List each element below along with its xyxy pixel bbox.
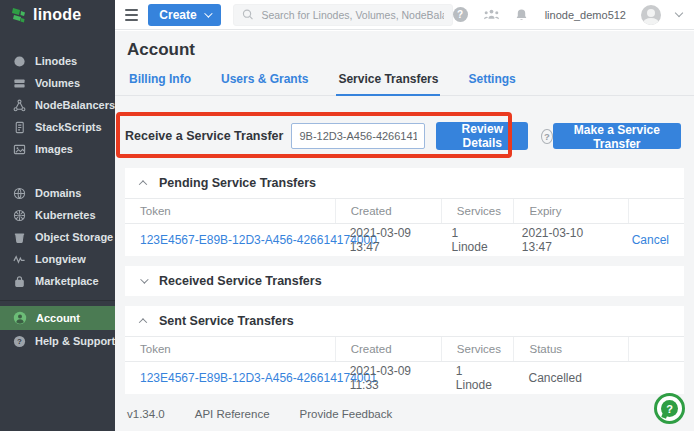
pending-transfers-panel: Pending Service Transfers Token Created … [125,168,684,256]
expand-chevron-icon [140,275,148,283]
pending-panel-title: Pending Service Transfers [159,176,316,190]
sidebar-divider [0,300,115,301]
sent-panel-title: Sent Service Transfers [159,314,294,328]
col-created: Created [335,199,441,223]
cancel-transfer-link[interactable]: Cancel [632,233,669,247]
sidebar-item-marketplace[interactable]: Marketplace [0,270,115,292]
sidebar-item-images[interactable]: Images [0,138,115,160]
sidebar-item-volumes[interactable]: Volumes [0,72,115,94]
table-row: 123E4567-E89B-12D3-A456-426614174001 202… [125,362,684,394]
sidebar-label: Marketplace [35,275,99,287]
app-version-link[interactable]: v1.34.0 [127,408,165,420]
help-icon: ? [13,335,26,348]
tab-settings[interactable]: Settings [466,66,517,95]
provide-feedback-link[interactable]: Provide Feedback [300,408,393,420]
pending-services: 1 Linode [437,224,507,256]
col-status: Status [513,337,628,361]
notifications-bell-icon[interactable] [515,8,528,22]
main-content: Account Billing Info Users & Grants Serv… [115,31,694,431]
sent-transfers-panel: Sent Service Transfers Token Created Ser… [125,306,684,394]
pending-table-header: Token Created Services Expiry [125,198,684,224]
sidebar-label: Help & Support [35,335,115,347]
tab-service-transfers[interactable]: Service Transfers [336,66,440,96]
col-services: Services [441,337,514,361]
logo-text: linode [33,6,81,24]
sidebar-label: StackScripts [35,121,102,133]
make-transfer-button[interactable]: Make a Service Transfer [553,123,681,149]
sidebar-item-help-support[interactable]: ? Help & Support [0,330,115,352]
col-services: Services [441,199,514,223]
domains-icon [13,187,26,200]
sidebar-item-object-storage[interactable]: Object Storage [0,226,115,248]
sidebar-item-domains[interactable]: Domains [0,182,115,204]
table-row: 123E4567-E89B-12D3-A456-426614174000 202… [125,224,684,256]
api-reference-link[interactable]: API Reference [195,408,270,420]
bucket-icon [13,231,26,244]
sent-status: Cancelled [513,362,628,394]
col-actions [628,199,684,223]
username[interactable]: linode_demo512 [545,9,626,21]
linode-logo-icon [11,7,27,24]
sidebar-label: Domains [35,187,81,199]
sidebar-label: Linodes [35,55,77,67]
community-icon[interactable] [483,8,500,22]
tab-billing-info[interactable]: Billing Info [127,66,193,95]
col-token: Token [125,337,335,361]
tab-users-grants[interactable]: Users & Grants [219,66,310,95]
transfer-help-icon[interactable]: ? [541,129,553,144]
stackscripts-icon [13,121,26,134]
sidebar-label: Object Storage [35,231,113,243]
create-button-label: Create [159,8,196,22]
account-tabs: Billing Info Users & Grants Service Tran… [115,66,694,96]
sidebar-label: Kubernetes [35,209,96,221]
account-menu-chevron-icon[interactable] [675,9,683,17]
sidebar-label: Images [35,143,73,155]
global-search[interactable] [233,4,453,26]
create-button[interactable]: Create [148,4,220,26]
sidebar-label: Volumes [35,77,80,89]
transfer-token-input[interactable] [291,123,425,149]
help-circle-icon[interactable]: ? [453,7,468,22]
receive-transfer-row: Receive a Service Transfer Review Detail… [115,114,694,158]
linode-logo[interactable]: linode [0,0,115,30]
sent-created: 2021-03-09 11:33 [335,362,441,394]
help-chat-bubble-icon: ? [661,400,678,417]
images-icon [13,143,26,156]
sidebar-item-linodes[interactable]: Linodes [0,50,115,72]
sent-table-header: Token Created Services Status [125,336,684,362]
footer: v1.34.0 API Reference Provide Feedback [127,408,684,420]
account-icon [13,311,27,325]
sidebar-item-longview[interactable]: Longview [0,248,115,270]
pulse-icon [13,253,26,266]
svg-text:?: ? [17,337,22,346]
sidebar-item-account[interactable]: Account [0,306,115,330]
search-icon [242,8,254,21]
pending-expiry: 2021-03-10 13:47 [507,224,617,256]
avatar[interactable] [641,5,661,25]
sidebar: linode Linodes Volumes NodeBalancers Sta… [0,0,115,431]
pending-panel-header[interactable]: Pending Service Transfers [125,168,684,198]
sidebar-label: Longview [35,253,86,265]
sent-panel-header[interactable]: Sent Service Transfers [125,306,684,336]
help-chat-button[interactable]: ? [654,393,685,424]
col-expiry: Expiry [513,199,628,223]
linodes-icon [13,55,26,68]
menu-icon[interactable] [125,9,138,21]
search-input[interactable] [261,9,443,21]
sidebar-item-kubernetes[interactable]: Kubernetes [0,204,115,226]
app-window: linode Linodes Volumes NodeBalancers Sta… [0,0,694,431]
nodebalancers-icon [13,99,26,112]
marketplace-icon [13,275,26,288]
chevron-down-icon [204,9,212,17]
sidebar-item-nodebalancers[interactable]: NodeBalancers [0,94,115,116]
collapse-chevron-icon [139,180,147,188]
pending-created: 2021-03-09 13:47 [335,224,437,256]
review-details-button[interactable]: Review Details [436,122,528,150]
volumes-icon [13,77,26,90]
sent-services: 1 Linode [441,362,514,394]
received-panel-title: Received Service Transfers [159,274,322,288]
sidebar-item-stackscripts[interactable]: StackScripts [0,116,115,138]
received-panel-header[interactable]: Received Service Transfers [125,266,684,296]
receive-transfer-label: Receive a Service Transfer [125,129,283,143]
kubernetes-icon [13,209,26,222]
